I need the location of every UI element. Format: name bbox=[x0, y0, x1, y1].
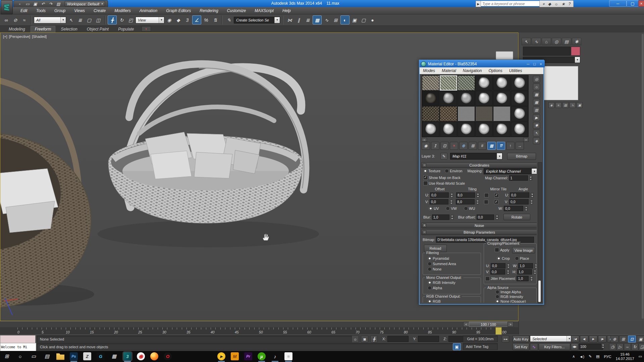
window-crossing-toggle-button[interactable]: ◫ bbox=[94, 16, 102, 24]
maxscript-listener-macro-line[interactable] bbox=[0, 335, 36, 343]
m-app-icon[interactable]: M bbox=[231, 352, 239, 360]
show-map-back-checkbox[interactable]: ✓ bbox=[423, 175, 428, 180]
search-input[interactable] bbox=[481, 1, 540, 6]
selection-set-key-dropdown[interactable]: Selected▼ bbox=[530, 336, 572, 342]
search-flyout-button[interactable]: ▶ bbox=[476, 1, 481, 7]
ribbon-tab[interactable]: Modeling bbox=[5, 26, 29, 33]
favorites-icon[interactable]: ★ bbox=[561, 2, 565, 6]
tab-hierarchy[interactable]: ⌂ bbox=[542, 38, 551, 45]
material-sample-slot[interactable] bbox=[458, 75, 475, 90]
me-menu-item[interactable]: Navigation bbox=[460, 68, 485, 73]
me-menu-item[interactable]: Utilities bbox=[506, 68, 526, 73]
maxscript-mini-listener[interactable]: Welcome to Mi bbox=[0, 343, 36, 351]
spinner-control[interactable] bbox=[495, 215, 498, 220]
material-sample-slot[interactable] bbox=[440, 91, 457, 106]
filter-none-radio[interactable] bbox=[428, 267, 432, 271]
redo-button[interactable]: ↷ bbox=[47, 1, 54, 7]
ribbon-tab[interactable]: Populate bbox=[114, 26, 138, 33]
material-editor-button[interactable]: ◐ bbox=[340, 15, 350, 24]
orbit-button[interactable]: ↻ bbox=[631, 343, 638, 350]
blur-offset-field[interactable]: 0,0 bbox=[477, 215, 494, 220]
material-sample-slot[interactable] bbox=[493, 75, 511, 90]
cursor-app-icon[interactable]: ▶ bbox=[217, 352, 225, 360]
store-icon[interactable]: ▤ bbox=[43, 352, 51, 360]
make-unique-button[interactable]: ▤ bbox=[562, 102, 569, 108]
start-button[interactable]: ⊞ bbox=[3, 352, 11, 360]
current-frame-field[interactable]: 100 bbox=[579, 344, 603, 350]
next-frame-slider-button[interactable]: > bbox=[507, 322, 514, 327]
material-sample-slot[interactable] bbox=[493, 122, 511, 137]
map-type-button[interactable]: Bitmap bbox=[507, 153, 536, 160]
view-image-button[interactable]: View Image bbox=[512, 247, 535, 253]
show-map-in-viewport-button[interactable]: ▦ bbox=[487, 142, 496, 150]
layer-manager-button[interactable]: ≣ bbox=[304, 16, 312, 24]
pin-stack-button[interactable]: ◈ bbox=[548, 102, 554, 108]
pyramidal-radio[interactable] bbox=[428, 256, 432, 260]
restore-button[interactable]: ▢ bbox=[627, 0, 639, 7]
menu-item[interactable]: Create bbox=[89, 7, 110, 14]
spinner-control[interactable] bbox=[450, 199, 453, 204]
angle-snap-toggle-button[interactable]: ∠ bbox=[192, 15, 201, 24]
material-sample-slot[interactable] bbox=[493, 91, 511, 106]
search-icon[interactable]: ○ bbox=[16, 352, 24, 360]
material-sample-slot[interactable] bbox=[511, 91, 528, 106]
curve-editor-button[interactable]: ∿ bbox=[322, 16, 331, 24]
material-sample-slot[interactable] bbox=[440, 75, 457, 90]
noise-rollout-header[interactable]: + Noise bbox=[421, 223, 537, 228]
apply-checkbox[interactable] bbox=[495, 248, 499, 252]
auto-key-button[interactable]: Auto Key bbox=[513, 336, 529, 343]
get-material-button[interactable]: ◉ bbox=[422, 142, 430, 150]
mirror-button[interactable]: ⋈ bbox=[285, 16, 294, 24]
material-sample-slot[interactable] bbox=[511, 122, 528, 137]
material-sample-slot[interactable] bbox=[458, 106, 475, 121]
material-editor-scrollbar[interactable] bbox=[538, 162, 542, 303]
menu-item[interactable]: Edit bbox=[16, 7, 32, 14]
edit-named-selection-sets-button[interactable]: ✎ bbox=[225, 16, 233, 24]
premiere-icon[interactable]: Pr bbox=[244, 352, 252, 360]
material-sample-slot[interactable] bbox=[458, 122, 475, 137]
menu-item[interactable]: Animation bbox=[135, 7, 162, 14]
sample-type-button[interactable]: ◎ bbox=[533, 76, 540, 82]
show-end-result-button[interactable]: ≡ bbox=[555, 102, 561, 108]
material-sample-slot[interactable] bbox=[422, 106, 439, 121]
material-sample-slot[interactable] bbox=[440, 122, 457, 137]
alpha-rgb-intensity-radio[interactable] bbox=[495, 295, 499, 299]
menu-item[interactable]: Graph Editors bbox=[162, 7, 195, 14]
tab-modify[interactable]: ∿ bbox=[532, 38, 541, 45]
menu-item[interactable]: Help bbox=[278, 7, 295, 14]
opera-icon[interactable]: O bbox=[164, 352, 172, 360]
alpha-radio[interactable] bbox=[428, 286, 432, 290]
spinner-control[interactable] bbox=[534, 263, 537, 268]
menu-item[interactable]: Modifiers bbox=[110, 7, 135, 14]
rendered-frame-window-button[interactable]: ▢ bbox=[359, 16, 368, 24]
spinner-control[interactable] bbox=[451, 215, 454, 220]
material-sample-slot[interactable] bbox=[511, 106, 528, 121]
summed-area-radio[interactable] bbox=[428, 262, 432, 266]
schematic-view-button[interactable]: ⊞ bbox=[331, 16, 340, 24]
me-menu-item[interactable]: Options bbox=[485, 68, 505, 73]
default-in-out-tangents-icon[interactable]: ∿ bbox=[530, 343, 538, 350]
coordinates-rollout-header[interactable]: - Coordinates bbox=[421, 162, 537, 168]
ribbon-tab[interactable]: Object Paint bbox=[83, 26, 113, 33]
tray-volume-icon[interactable]: ◄) bbox=[579, 355, 584, 359]
help-icon[interactable]: ? bbox=[569, 2, 571, 6]
add-time-tag[interactable]: Add Time Tag bbox=[463, 343, 498, 350]
named-selection-sets-dropdown[interactable]: Create Selection Se▼ bbox=[234, 17, 280, 23]
wu-radio[interactable] bbox=[464, 206, 468, 210]
tray-pen-icon[interactable]: ✎ bbox=[589, 354, 592, 359]
selection-filter-dropdown[interactable]: All▼ bbox=[34, 17, 66, 23]
spinner-control[interactable] bbox=[531, 193, 534, 197]
reference-coordinate-dropdown[interactable]: View▼ bbox=[136, 17, 164, 23]
put-material-to-scene-button[interactable]: ↥ bbox=[431, 142, 439, 150]
crop-w-field[interactable]: 1,0 bbox=[518, 263, 533, 268]
ribbon-tab[interactable]: Freeform bbox=[31, 26, 56, 33]
open-file-button[interactable]: ▭ bbox=[24, 1, 31, 7]
reset-map-button[interactable]: × bbox=[450, 142, 458, 150]
v-tile-checkbox[interactable]: ✓ bbox=[494, 200, 498, 204]
viewport-menu-shading[interactable]: [Shaded] bbox=[32, 35, 47, 39]
time-slider[interactable]: < 100 / 100 > bbox=[0, 321, 519, 327]
logitech-icon[interactable]: G bbox=[97, 352, 105, 360]
configure-modifier-sets-button[interactable]: ▣ bbox=[577, 102, 583, 108]
unlink-selection-button[interactable]: ⊘ bbox=[11, 16, 19, 24]
select-and-move-button[interactable]: ╋ bbox=[108, 15, 117, 24]
